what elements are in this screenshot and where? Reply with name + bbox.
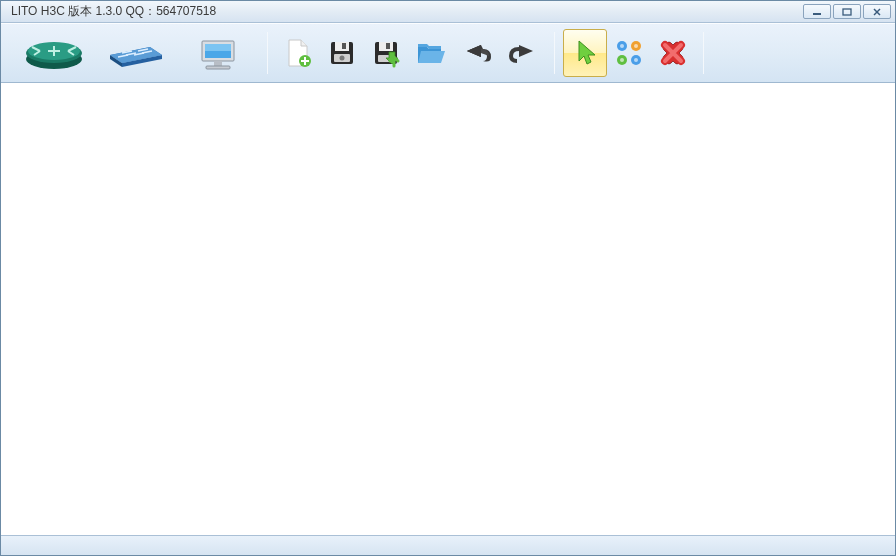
folder-open-icon	[415, 39, 447, 67]
topology-button[interactable]	[607, 29, 651, 77]
svg-point-27	[634, 44, 638, 48]
switch-button[interactable]	[95, 29, 177, 77]
svg-rect-10	[214, 61, 222, 66]
floppy-export-icon	[371, 38, 401, 68]
close-icon	[872, 8, 882, 16]
delete-button[interactable]	[651, 29, 695, 77]
app-window: LITO H3C 版本 1.3.0 QQ：564707518	[0, 0, 896, 556]
separator	[703, 32, 704, 74]
export-button[interactable]	[364, 29, 408, 77]
redo-button[interactable]	[500, 29, 546, 77]
separator	[554, 32, 555, 74]
svg-rect-11	[206, 66, 230, 69]
svg-point-29	[634, 58, 638, 62]
new-button[interactable]	[276, 29, 320, 77]
save-button[interactable]	[320, 29, 364, 77]
minimize-icon	[812, 8, 822, 16]
new-file-icon	[283, 37, 313, 69]
undo-button[interactable]	[454, 29, 500, 77]
maximize-icon	[842, 8, 852, 16]
svg-point-17	[340, 56, 345, 61]
topology-icon	[614, 38, 644, 68]
save-icon	[327, 38, 357, 68]
pc-button[interactable]	[177, 29, 259, 77]
redo-icon	[507, 41, 539, 65]
canvas-area[interactable]	[1, 83, 895, 535]
router-button[interactable]	[13, 29, 95, 77]
svg-point-28	[620, 58, 624, 62]
close-button[interactable]	[863, 4, 891, 19]
svg-point-26	[620, 44, 624, 48]
window-controls	[803, 4, 891, 19]
minimize-button[interactable]	[803, 4, 831, 19]
titlebar: LITO H3C 版本 1.3.0 QQ：564707518	[1, 1, 895, 23]
undo-icon	[461, 41, 493, 65]
svg-rect-15	[342, 43, 346, 49]
svg-rect-1	[843, 9, 851, 15]
router-icon	[22, 33, 86, 73]
switch-icon	[104, 33, 168, 73]
window-title: LITO H3C 版本 1.3.0 QQ：564707518	[11, 3, 803, 20]
svg-rect-20	[386, 43, 390, 49]
delete-x-icon	[658, 38, 688, 68]
select-tool-button[interactable]	[563, 29, 607, 77]
maximize-button[interactable]	[833, 4, 861, 19]
toolbar	[1, 23, 895, 83]
status-bar	[1, 535, 895, 555]
svg-rect-9	[205, 44, 231, 51]
separator	[267, 32, 268, 74]
pc-icon	[190, 33, 246, 73]
cursor-icon	[571, 37, 599, 69]
open-button[interactable]	[408, 29, 454, 77]
